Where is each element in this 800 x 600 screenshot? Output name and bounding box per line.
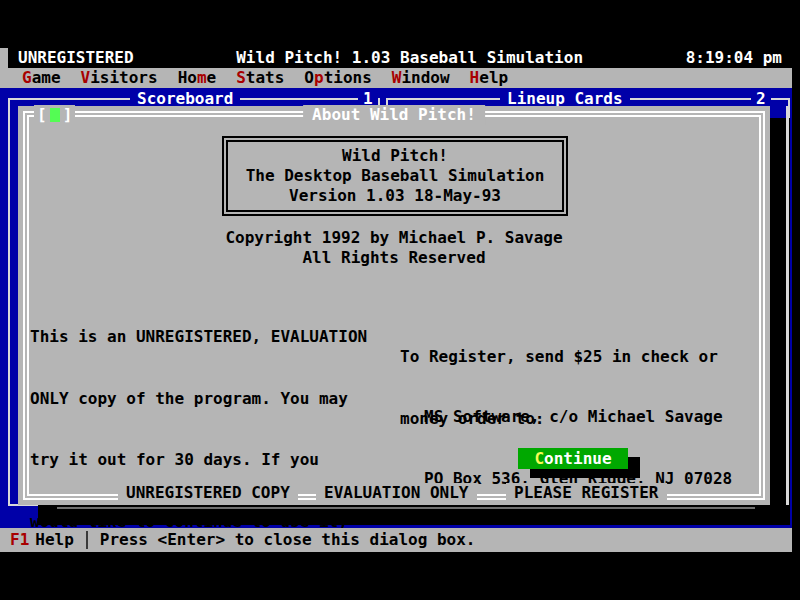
titlebar: UNREGISTERED Wild Pitch! 1.03 Baseball S… <box>8 48 792 68</box>
hotkey-letter: G <box>22 68 32 87</box>
hotkey-letter: V <box>81 68 91 87</box>
f1-help-key[interactable]: F1 <box>10 530 29 550</box>
close-icon <box>50 108 60 122</box>
continue-button-label: ontinue <box>544 449 611 469</box>
hotkey-letter: S <box>236 68 246 87</box>
hotkey-letter: W <box>392 68 402 87</box>
footer-unregistered-copy: UNREGISTERED COPY <box>118 483 298 503</box>
menu-bar: Game Visitors Home Stats Options Window … <box>0 68 792 88</box>
hotkey-letter: m <box>197 68 207 87</box>
product-name: Wild Pitch! <box>228 146 562 166</box>
menu-item-home[interactable]: Home <box>168 68 227 88</box>
f1-help-label[interactable]: Help <box>35 530 74 550</box>
status-bar: F1 Help Press <Enter> to close this dial… <box>0 528 792 552</box>
dos-screen: UNREGISTERED Wild Pitch! 1.03 Baseball S… <box>0 48 792 552</box>
continue-button-hotkey: C <box>534 449 544 469</box>
product-info-box: Wild Pitch! The Desktop Baseball Simulat… <box>222 136 568 216</box>
clock: 8:19:04 pm <box>686 48 782 68</box>
bracket-right: ] <box>63 105 73 125</box>
menu-item-game[interactable]: Game <box>12 68 71 88</box>
bracket-left: [ <box>37 105 47 125</box>
statusbar-message: Press <Enter> to close this dialog box. <box>100 530 476 550</box>
continue-button[interactable]: Continue <box>518 448 628 469</box>
hotkey-letter: p <box>314 68 324 87</box>
statusbar-divider <box>86 531 88 549</box>
rights-line: All Rights Reserved <box>18 248 770 268</box>
product-version: Version 1.03 18-May-93 <box>228 186 562 206</box>
app-title: Wild Pitch! 1.03 Baseball Simulation <box>236 48 583 68</box>
evaluation-notice-text: This is an UNREGISTERED, EVALUATION ONLY… <box>30 286 367 600</box>
menu-item-stats[interactable]: Stats <box>226 68 294 88</box>
copyright-line: Copyright 1992 by Michael P. Savage <box>18 228 770 248</box>
lineup-cards-right-border <box>786 106 789 505</box>
product-tagline: The Desktop Baseball Simulation <box>228 166 562 186</box>
application-window: UNREGISTERED Wild Pitch! 1.03 Baseball S… <box>0 0 800 600</box>
dialog-title: About Wild Pitch! <box>303 105 485 125</box>
menu-item-options[interactable]: Options <box>294 68 381 88</box>
close-button[interactable]: [] <box>34 105 75 125</box>
copyright-block: Copyright 1992 by Michael P. Savage All … <box>18 228 770 268</box>
menu-item-window[interactable]: Window <box>382 68 460 88</box>
menu-item-visitors[interactable]: Visitors <box>71 68 168 88</box>
menu-item-help[interactable]: Help <box>460 68 519 88</box>
about-dialog: [] About Wild Pitch! Wild Pitch! The Des… <box>18 106 770 505</box>
footer-please-register: PLEASE REGISTER <box>506 483 667 503</box>
dialog-footer: UNREGISTERED COPY EVALUATION ONLY PLEASE… <box>18 483 770 503</box>
registration-status: UNREGISTERED <box>18 48 134 68</box>
hotkey-letter: H <box>470 68 480 87</box>
footer-evaluation-only: EVALUATION ONLY <box>316 483 477 503</box>
